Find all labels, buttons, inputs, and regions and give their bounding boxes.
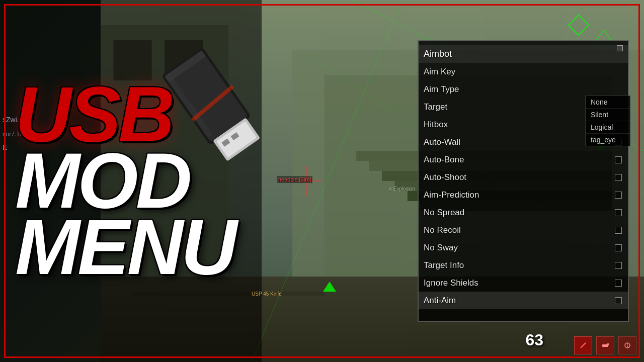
anti-aim-row[interactable]: Anti-Aim [419, 292, 628, 309]
auto-shoot-checkbox[interactable] [615, 174, 622, 181]
aim-type-label: Aim Type [424, 84, 459, 95]
aim-key-label: Aim Key [424, 67, 455, 77]
no-sway-checkbox[interactable] [615, 244, 622, 251]
hitbox-label: Hitbox [424, 120, 448, 130]
no-recoil-row[interactable]: No Recoil [419, 221, 628, 239]
auto-bone-checkbox[interactable] [615, 156, 622, 163]
target-info-label: Target Info [424, 260, 464, 270]
icon-knife [574, 336, 592, 354]
svg-marker-14 [569, 15, 589, 35]
svg-marker-20 [323, 282, 336, 292]
aim-type-row[interactable]: Aim Type None Silent Logical tag_eye [419, 80, 628, 98]
target-info-checkbox[interactable] [615, 262, 622, 269]
main-container: sZwi... rior7.Th... E USB MOD MENU neadz… [0, 0, 644, 362]
auto-wall-label: Auto-Wall [424, 137, 460, 147]
no-spread-checkbox[interactable] [615, 209, 622, 216]
target-info-row[interactable]: Target Info [419, 256, 628, 274]
anti-aim-label: Anti-Aim [424, 296, 456, 306]
mod-menu-panel: Aimbot Aim Key Aim Type None Silent Logi… [418, 40, 629, 322]
ignore-shields-checkbox[interactable] [615, 280, 622, 287]
aim-prediction-row[interactable]: Aim-Prediction [419, 186, 628, 204]
score-display: 63 [525, 331, 543, 349]
auto-bone-row[interactable]: Auto-Bone [419, 151, 628, 168]
target-label: Target [424, 102, 447, 112]
ignore-shields-label: Ignore Shields [424, 278, 478, 288]
no-sway-row[interactable]: No Sway [419, 239, 628, 256]
no-recoil-label: No Recoil [424, 225, 461, 235]
explosion-text: < Explosion [389, 186, 415, 192]
aim-type-dropdown[interactable]: None Silent Logical tag_eye [585, 96, 630, 146]
dropdown-option-silent[interactable]: Silent [586, 109, 630, 121]
ignore-shields-row[interactable]: Ignore Shields [419, 274, 628, 292]
aim-prediction-checkbox[interactable] [615, 192, 622, 199]
auto-bone-label: Auto-Bone [424, 155, 464, 165]
no-spread-label: No Spread [424, 208, 464, 218]
dropdown-option-none[interactable]: None [586, 96, 630, 109]
icon-extra [618, 336, 636, 354]
anti-aim-checkbox[interactable] [615, 297, 622, 304]
bottom-icons [574, 336, 636, 354]
svg-line-33 [584, 343, 586, 344]
no-sway-label: No Sway [424, 243, 458, 253]
no-recoil-checkbox[interactable] [615, 227, 622, 234]
dropdown-option-logical[interactable]: Logical [586, 121, 630, 134]
menu-text: MENU [15, 214, 277, 281]
aim-prediction-label: Aim-Prediction [424, 190, 479, 200]
menu-header-row: Aimbot [419, 45, 628, 63]
auto-shoot-row[interactable]: Auto-Shoot [419, 168, 628, 186]
aim-key-row[interactable]: Aim Key [419, 63, 628, 80]
no-spread-row[interactable]: No Spread [419, 204, 628, 221]
player-tag: neadzie [3lm] [277, 176, 312, 183]
dropdown-option-tageye[interactable]: tag_eye [586, 134, 630, 146]
svg-rect-35 [607, 343, 609, 345]
icon-gun [596, 336, 614, 354]
auto-shoot-label: Auto-Shoot [424, 172, 466, 183]
menu-header-label: Aimbot [424, 49, 452, 59]
